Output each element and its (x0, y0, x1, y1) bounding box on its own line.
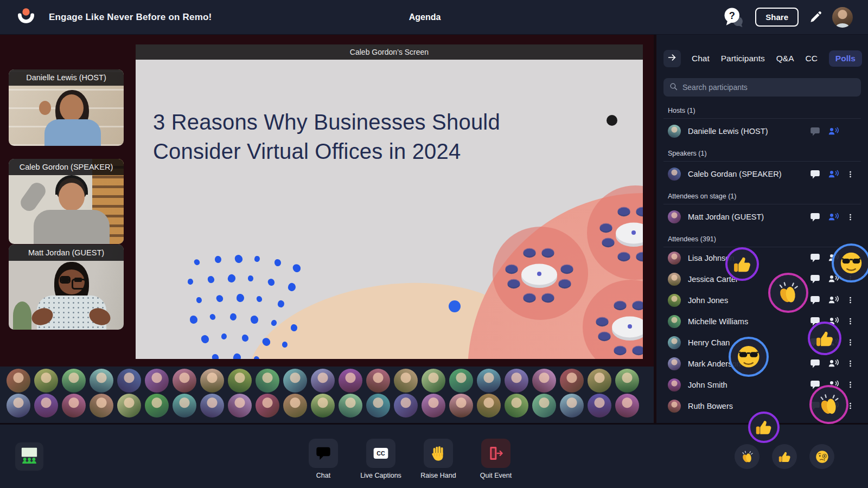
collapse-sidebar-button[interactable] (663, 50, 681, 67)
speaker-person-icon[interactable] (828, 358, 839, 369)
svg-text:CC: CC (376, 450, 385, 457)
attendee-avatar[interactable] (283, 394, 307, 418)
participant-row[interactable]: Matt Jordan (GUEST) (663, 204, 861, 229)
reaction-monocle-face-button[interactable] (809, 444, 834, 469)
kebab-menu-icon[interactable] (846, 169, 854, 180)
participant-row[interactable]: Jessica Carter (663, 268, 861, 290)
attendee-avatar[interactable] (505, 394, 528, 418)
kebab-menu-icon[interactable] (846, 337, 854, 348)
share-button[interactable]: Share (755, 8, 799, 27)
speaker-person-icon[interactable] (828, 169, 839, 180)
kebab-menu-icon[interactable] (846, 211, 854, 223)
attendee-avatar[interactable] (366, 369, 390, 393)
attendee-avatar[interactable] (62, 369, 86, 393)
speaker-person-icon[interactable] (828, 126, 839, 137)
attendee-avatar[interactable] (7, 394, 30, 418)
kebab-menu-icon[interactable] (846, 358, 854, 369)
attendee-avatar[interactable] (532, 369, 556, 393)
attendee-avatar[interactable] (422, 394, 445, 418)
raise-hand-button[interactable]: Raise Hand (423, 439, 454, 479)
attendee-avatar[interactable] (173, 394, 196, 418)
user-avatar[interactable] (832, 7, 853, 28)
speaker-person-icon[interactable] (828, 294, 839, 306)
tab-participants[interactable]: Participants (721, 54, 765, 63)
speaker-person-icon[interactable] (828, 211, 839, 223)
chat-button[interactable]: Chat (308, 439, 339, 479)
attendee-avatar[interactable] (477, 394, 501, 418)
live-captions-button[interactable]: CCLive Captions (366, 439, 396, 479)
floating-reaction-thumbs-up (748, 412, 780, 443)
audience-view-button[interactable] (15, 442, 43, 471)
attendee-avatar[interactable] (339, 394, 362, 418)
attendee-avatar[interactable] (145, 369, 169, 393)
participant-row[interactable]: Caleb Gordan (SPEAKER) (663, 162, 861, 187)
attendee-avatar[interactable] (588, 394, 611, 418)
attendee-avatar[interactable] (588, 369, 611, 393)
help-icon[interactable]: ? (722, 5, 745, 29)
edit-pencil-icon[interactable] (808, 10, 822, 24)
attendee-avatar[interactable] (200, 394, 224, 418)
search-input[interactable] (682, 83, 856, 92)
kebab-menu-icon[interactable] (846, 294, 854, 306)
attendee-avatar[interactable] (311, 394, 335, 418)
attendee-avatar[interactable] (228, 369, 252, 393)
chat-bubble-icon[interactable] (809, 273, 821, 285)
section-header: Speakers (1) (663, 144, 861, 162)
kebab-menu-icon[interactable] (846, 379, 854, 390)
attendee-avatar[interactable] (560, 369, 584, 393)
attendee-avatar[interactable] (366, 394, 390, 418)
tab-qa[interactable]: Q&A (776, 54, 794, 63)
attendee-avatar[interactable] (449, 394, 473, 418)
attendee-avatar[interactable] (615, 369, 639, 393)
attendee-avatar[interactable] (283, 369, 307, 393)
participant-row[interactable]: John Jones (663, 290, 861, 311)
chat-bubble-icon[interactable] (809, 211, 821, 223)
attendee-avatar[interactable] (394, 394, 418, 418)
video-tile-matt[interactable]: Matt Jordan (GUEST) (9, 245, 124, 330)
chat-bubble-icon[interactable] (809, 252, 821, 264)
attendee-avatar[interactable] (34, 369, 58, 393)
attendee-avatar[interactable] (256, 394, 279, 418)
chat-bubble-icon[interactable] (809, 294, 821, 306)
attendee-avatar[interactable] (7, 369, 30, 393)
video-tile-danielle[interactable]: Danielle Lewis (HOST) (9, 69, 124, 146)
attendee-avatar[interactable] (145, 394, 169, 418)
reaction-clap-button[interactable] (735, 444, 760, 469)
tab-cc[interactable]: CC (805, 54, 817, 63)
attendee-avatar[interactable] (477, 369, 501, 393)
participant-name: Caleb Gordan (SPEAKER) (688, 170, 809, 178)
video-tile-caleb[interactable]: Caleb Gordon (SPEAKER) (9, 159, 124, 244)
attendee-avatar[interactable] (228, 394, 252, 418)
attendee-avatar[interactable] (394, 369, 418, 393)
attendee-avatar[interactable] (615, 394, 639, 418)
remo-logo-icon[interactable] (15, 7, 37, 28)
attendee-avatar[interactable] (532, 394, 556, 418)
attendee-avatar[interactable] (449, 369, 473, 393)
attendee-avatar[interactable] (200, 369, 224, 393)
chat-bubble-icon[interactable] (809, 358, 821, 369)
participant-row[interactable]: Danielle Lewis (HOST) (663, 119, 861, 144)
attendee-avatar[interactable] (339, 369, 362, 393)
chat-bubble-icon[interactable] (809, 169, 821, 180)
attendee-avatar[interactable] (560, 394, 584, 418)
reaction-thumbs-up-button[interactable] (772, 444, 797, 469)
attendee-avatar[interactable] (34, 394, 58, 418)
quit-event-button[interactable]: Quit Event (481, 439, 511, 479)
attendee-avatar[interactable] (256, 369, 279, 393)
kebab-menu-icon[interactable] (846, 316, 854, 327)
slide-decor-dot (190, 316, 197, 324)
attendee-avatar[interactable] (311, 369, 335, 393)
agenda-link[interactable]: Agenda (409, 12, 441, 22)
tab-chat[interactable]: Chat (692, 54, 710, 63)
search-box[interactable] (663, 78, 861, 97)
attendee-avatar[interactable] (505, 369, 528, 393)
tab-polls[interactable]: Polls (829, 50, 862, 67)
attendee-avatar[interactable] (173, 369, 196, 393)
attendee-avatar[interactable] (62, 394, 86, 418)
attendee-avatar[interactable] (90, 369, 113, 393)
attendee-avatar[interactable] (117, 394, 141, 418)
attendee-avatar[interactable] (90, 394, 113, 418)
chat-bubble-icon[interactable] (809, 126, 821, 137)
attendee-avatar[interactable] (422, 369, 445, 393)
attendee-avatar[interactable] (117, 369, 141, 393)
